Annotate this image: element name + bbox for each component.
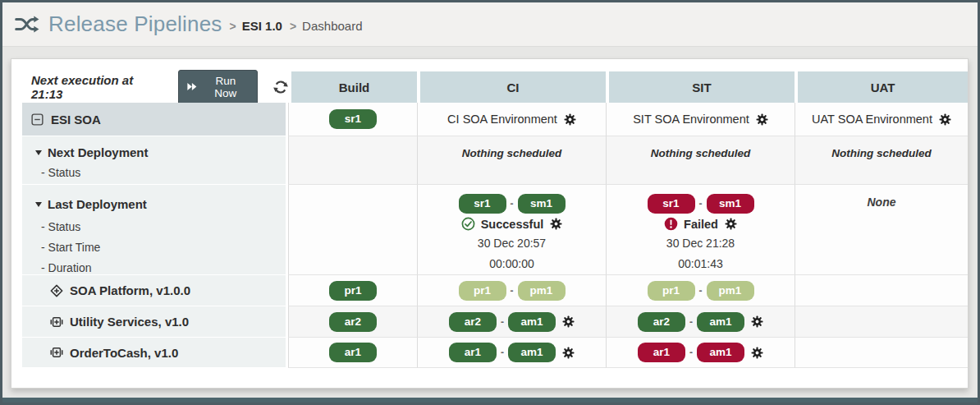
artifact-row-soa-platform: SOA Platform, v1.0.0 bbox=[22, 275, 288, 306]
release-badge[interactable]: ar1 bbox=[449, 343, 497, 362]
column-header-sit: SIT bbox=[606, 71, 795, 103]
execution-controls: Next execution at 21:13 Run Now bbox=[22, 71, 288, 103]
build-cell: ar2 bbox=[288, 306, 417, 338]
last-deployment-build-cell bbox=[288, 185, 417, 275]
marker-badge[interactable]: sm1 bbox=[707, 194, 754, 214]
gear-icon[interactable] bbox=[751, 315, 763, 328]
build-badge[interactable]: ar1 bbox=[329, 343, 377, 362]
artifact-name: SOA Platform, v1.0.0 bbox=[70, 283, 190, 297]
next-deployment-uat-cell: Nothing scheduled bbox=[795, 136, 968, 185]
build-cell: pr1 bbox=[288, 275, 417, 306]
pipelines-shuffle-icon bbox=[15, 15, 39, 34]
deployment-duration: 00:00:00 bbox=[489, 254, 534, 274]
pipeline-table: Next execution at 21:13 Run Now Build CI… bbox=[22, 71, 968, 368]
success-check-icon bbox=[461, 217, 475, 231]
uat-cell bbox=[795, 275, 968, 306]
sit-cell: ar1 - am1 bbox=[606, 338, 795, 368]
column-header-ci: CI bbox=[417, 71, 606, 103]
next-deployment-group[interactable]: Next Deployment bbox=[35, 143, 286, 163]
last-deployment-sit-cell: sr1 - sm1 Failed 30 Dec 21:28 00:01:43 bbox=[606, 185, 795, 275]
last-deployment-label: Last Deployment bbox=[48, 195, 147, 214]
release-badge[interactable]: sr1 bbox=[459, 194, 506, 214]
badge-separator: - bbox=[501, 316, 504, 328]
refresh-icon bbox=[273, 80, 288, 94]
collapse-icon[interactable] bbox=[31, 113, 44, 126]
next-deployment-label: Next Deployment bbox=[48, 143, 149, 163]
marker-badge[interactable]: sm1 bbox=[518, 194, 566, 214]
nothing-scheduled-text: Nothing scheduled bbox=[651, 144, 751, 163]
marker-badge[interactable]: am1 bbox=[697, 343, 744, 362]
top-bar: Release Pipelines > ESI 1.0 > Dashboard bbox=[2, 2, 978, 47]
badge-separator: - bbox=[689, 316, 693, 328]
run-now-button[interactable]: Run Now bbox=[178, 70, 258, 105]
build-release-badge[interactable]: sr1 bbox=[329, 109, 377, 129]
next-deployment-build-cell bbox=[288, 136, 417, 185]
release-badge[interactable]: ar2 bbox=[449, 312, 497, 332]
artifact-row-utility-services: Utility Services, v1.0 bbox=[22, 306, 288, 338]
uat-cell bbox=[795, 338, 968, 368]
next-deployment-row-header: Next Deployment - Status bbox=[22, 136, 288, 185]
sit-environment-cell: SIT SOA Environment bbox=[606, 103, 795, 136]
badge-separator: - bbox=[699, 285, 703, 297]
deployment-duration: 00:01:43 bbox=[678, 254, 723, 274]
last-deployment-uat-cell: None bbox=[795, 185, 968, 275]
build-release-cell: sr1 bbox=[288, 103, 417, 136]
release-badge[interactable]: pr1 bbox=[648, 281, 695, 301]
marker-badge[interactable]: am1 bbox=[508, 343, 556, 362]
marker-badge[interactable]: am1 bbox=[697, 312, 744, 332]
deployment-status-text: Successful bbox=[481, 218, 544, 231]
gear-icon[interactable] bbox=[939, 113, 951, 126]
last-deployment-row-header: Last Deployment - Status - Start Time - … bbox=[22, 185, 288, 275]
ci-cell: pr1 - pm1 bbox=[417, 275, 606, 306]
uat-environment-label[interactable]: UAT SOA Environment bbox=[812, 113, 932, 126]
release-badge[interactable]: ar1 bbox=[638, 343, 685, 362]
deployment-status-text: Failed bbox=[684, 218, 718, 231]
breadcrumb-page: Dashboard bbox=[302, 19, 362, 33]
pipeline-name: ESI SOA bbox=[51, 113, 101, 127]
run-now-label: Run Now bbox=[204, 75, 248, 99]
refresh-button[interactable] bbox=[273, 80, 288, 94]
pipeline-row-header[interactable]: ESI SOA bbox=[22, 103, 288, 136]
release-badge[interactable]: ar2 bbox=[638, 312, 685, 332]
breadcrumb-separator: > bbox=[290, 20, 296, 33]
breadcrumb-title[interactable]: Release Pipelines bbox=[48, 12, 222, 37]
sit-environment-label[interactable]: SIT SOA Environment bbox=[633, 113, 749, 126]
ci-cell: ar2 - am1 bbox=[417, 306, 606, 338]
fast-forward-icon bbox=[186, 82, 198, 91]
marker-badge[interactable]: am1 bbox=[508, 312, 556, 332]
last-deployment-status-label: - Status bbox=[35, 217, 286, 237]
release-badge[interactable]: pr1 bbox=[459, 281, 506, 301]
build-badge[interactable]: ar2 bbox=[329, 312, 377, 332]
gear-icon[interactable] bbox=[725, 218, 737, 230]
last-deployment-start-label: - Start Time bbox=[35, 237, 286, 258]
badge-separator: - bbox=[501, 347, 504, 358]
none-text: None bbox=[868, 192, 896, 212]
column-header-uat: UAT bbox=[795, 71, 968, 103]
failed-exclamation-icon bbox=[664, 217, 678, 231]
badge-separator: - bbox=[511, 198, 514, 209]
build-cell: ar1 bbox=[288, 338, 417, 368]
last-deployment-ci-cell: sr1 - sm1 Successful 30 Dec 20:57 00:00:… bbox=[417, 185, 606, 275]
artifact-name: Utility Services, v1.0 bbox=[70, 315, 189, 329]
release-badge[interactable]: sr1 bbox=[648, 194, 695, 214]
marker-badge[interactable]: pm1 bbox=[707, 281, 754, 301]
deployment-start-time: 30 Dec 21:28 bbox=[666, 233, 735, 254]
gear-icon[interactable] bbox=[751, 347, 763, 359]
last-deployment-group[interactable]: Last Deployment bbox=[35, 191, 286, 217]
gear-icon[interactable] bbox=[550, 218, 562, 230]
gear-icon[interactable] bbox=[562, 315, 575, 328]
badge-separator: - bbox=[689, 347, 693, 358]
artifact-row-ordertocash: OrderToCash, v1.0 bbox=[22, 338, 288, 368]
ci-environment-label[interactable]: CI SOA Environment bbox=[447, 113, 557, 126]
gear-icon[interactable] bbox=[756, 113, 768, 126]
next-deployment-status-label: - Status bbox=[35, 163, 286, 183]
platform-icon bbox=[50, 284, 63, 297]
artifact-name: OrderToCash, v1.0 bbox=[70, 346, 178, 360]
gear-icon[interactable] bbox=[564, 113, 576, 126]
breadcrumb-project[interactable]: ESI 1.0 bbox=[242, 19, 282, 33]
build-badge[interactable]: pr1 bbox=[329, 281, 377, 301]
marker-badge[interactable]: pm1 bbox=[518, 281, 566, 301]
gear-icon[interactable] bbox=[562, 347, 575, 359]
application-icon bbox=[50, 346, 63, 359]
column-header-build: Build bbox=[288, 71, 417, 103]
